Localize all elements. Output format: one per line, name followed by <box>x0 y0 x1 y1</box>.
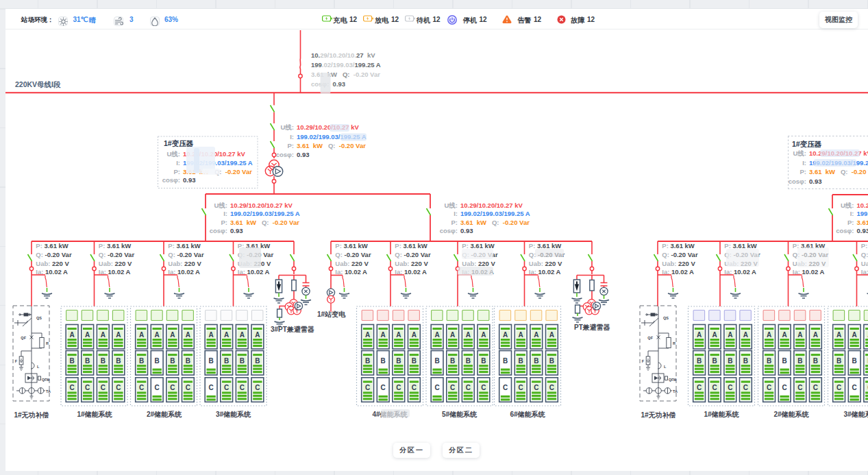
svg-text:U线:: U线: <box>793 149 806 157</box>
svg-text:3#PT兼避雷器: 3#PT兼避雷器 <box>271 326 314 333</box>
svg-text:B: B <box>534 357 538 365</box>
svg-text:QF: QF <box>647 336 653 340</box>
svg-text:C: C <box>503 384 508 391</box>
svg-text:C: C <box>697 384 702 391</box>
svg-text:P:: P: <box>288 142 295 149</box>
svg-text:10.29/10.20/10.27 kV: 10.29/10.20/10.27 kV <box>311 51 375 59</box>
svg-text:B: B <box>782 357 787 365</box>
svg-text:B: B <box>170 357 175 365</box>
svg-text:A: A <box>450 331 455 339</box>
svg-text:10.29/10.20/10.27 kV: 10.29/10.20/10.27 kV <box>460 202 523 209</box>
svg-text:B: B <box>712 357 717 365</box>
svg-text:A: A <box>534 331 538 339</box>
svg-text:3.61 kW Q: -0.20 Var: 3.61 kW Q: -0.20 Var <box>809 168 868 175</box>
svg-text:P: 3.61 kW: P: 3.61 kW <box>462 242 495 249</box>
svg-text:P:: P: <box>174 168 181 175</box>
svg-text:A: A <box>836 331 841 339</box>
svg-text:0.93: 0.93 <box>297 151 310 158</box>
svg-text:A: A <box>240 331 245 339</box>
svg-text:B: B <box>69 357 74 365</box>
svg-text:C: C <box>836 384 841 391</box>
svg-text:B: B <box>396 357 401 365</box>
svg-text:C: C <box>466 384 471 391</box>
svg-text:199.02/199.03/199.25 A: 199.02/199.03/199.25 A <box>460 210 530 217</box>
svg-text:A: A <box>101 331 106 339</box>
svg-text:P: 3.61 kW: P: 3.61 kW <box>724 242 757 249</box>
svg-text:C: C <box>797 384 802 391</box>
svg-text:1#站变电: 1#站变电 <box>317 310 346 318</box>
svg-text:B: B <box>836 357 841 365</box>
svg-text:199.02/199.03/199.25 A: 199.02/199.03/199.25 A <box>311 61 381 69</box>
svg-text:U线:: U线: <box>280 123 294 131</box>
svg-text:A: A <box>782 331 787 339</box>
svg-text:R: R <box>673 341 675 345</box>
svg-text:U线:: U线: <box>214 202 227 209</box>
svg-text:1#储能系统: 1#储能系统 <box>77 411 112 418</box>
svg-text:C: C <box>434 384 439 391</box>
svg-text:B: B <box>697 357 702 365</box>
svg-text:A: A <box>434 331 439 339</box>
svg-text:Q: -0.20 Var: Q: -0.20 Var <box>861 251 868 258</box>
svg-text:A: A <box>170 331 175 339</box>
svg-text:QS: QS <box>663 316 669 320</box>
svg-text:C: C <box>519 384 523 391</box>
svg-text:QS: QS <box>36 316 42 320</box>
svg-text:U线:: U线: <box>166 150 180 158</box>
svg-text:0.93: 0.93 <box>809 178 822 185</box>
svg-text:B: B <box>208 357 213 365</box>
svg-text:I:: I: <box>290 133 294 141</box>
svg-text:B: B <box>139 357 144 365</box>
svg-text:A: A <box>69 331 74 339</box>
svg-text:cosφ:: cosφ: <box>440 227 458 234</box>
svg-text:Uab: 220 V: Uab: 220 V <box>395 260 428 267</box>
svg-text:B: B <box>155 357 160 365</box>
svg-text:6#储能系统: 6#储能系统 <box>510 411 545 418</box>
svg-text:C: C <box>224 384 229 391</box>
svg-text:A: A <box>728 331 732 339</box>
svg-text:P:: P: <box>221 219 228 226</box>
svg-text:Ia: 10.02 A: Ia: 10.02 A <box>99 268 131 276</box>
svg-text:C: C <box>534 384 538 391</box>
svg-text:Q: -0.20 Var: Q: -0.20 Var <box>395 251 431 258</box>
svg-text:B: B <box>466 357 471 365</box>
svg-text:B: B <box>549 357 554 365</box>
svg-text:C: C <box>69 384 74 391</box>
svg-text:P: 3.61 kW: P: 3.61 kW <box>662 242 695 249</box>
svg-text:B: B <box>743 357 748 365</box>
svg-text:A: A <box>139 331 144 339</box>
svg-text:C: C <box>549 384 554 391</box>
svg-text:A: A <box>519 331 523 339</box>
svg-text:1#无功补偿: 1#无功补偿 <box>14 411 49 419</box>
svg-text:B: B <box>434 357 439 365</box>
svg-text:U线:: U线: <box>841 202 854 209</box>
svg-text:cosφ:: cosφ: <box>789 178 806 185</box>
svg-text:220KV母线I段: 220KV母线I段 <box>15 80 61 88</box>
svg-text:10.29/10.20/10.27 kV: 10.29/10.20/10.27 kV <box>230 202 293 209</box>
svg-text:0.93: 0.93 <box>857 227 868 234</box>
svg-text:3.61 kW Q: -0.20 Var: 3.61 kW Q: -0.20 Var <box>230 219 299 226</box>
svg-text:P: 3.61 kW: P: 3.61 kW <box>99 242 132 249</box>
svg-text:3.61 kW Q: -0.20 Var: 3.61 kW Q: -0.20 Var <box>297 142 366 149</box>
svg-text:A: A <box>767 331 771 339</box>
svg-text:Q: -0.20 Var: Q: -0.20 Var <box>36 251 72 258</box>
svg-text:A: A <box>155 331 160 339</box>
svg-text:A: A <box>186 331 190 339</box>
svg-text:B: B <box>365 357 370 365</box>
svg-text:B: B <box>503 357 508 365</box>
svg-text:TA: TA <box>46 389 51 393</box>
svg-text:1#储能系统: 1#储能系统 <box>704 411 739 418</box>
svg-text:B: B <box>481 357 486 365</box>
svg-text:C: C <box>767 384 771 391</box>
svg-text:C: C <box>85 384 90 391</box>
svg-text:Ia: 10.02 A: Ia: 10.02 A <box>529 268 561 276</box>
svg-text:10.29/10.20/10.27 kV: 10.29/10.20/10.27 kV <box>297 123 360 131</box>
svg-text:cosφ:: cosφ: <box>276 151 294 158</box>
svg-text:F: F <box>642 359 645 363</box>
svg-text:C: C <box>728 384 732 391</box>
svg-text:B: B <box>101 357 106 365</box>
svg-text:C: C <box>852 384 857 391</box>
svg-text:A: A <box>503 331 508 339</box>
svg-text:P: 3.61 kW: P: 3.61 kW <box>335 242 368 249</box>
svg-text:B: B <box>450 357 455 365</box>
svg-text:Uab: 220 V: Uab: 220 V <box>36 260 69 267</box>
